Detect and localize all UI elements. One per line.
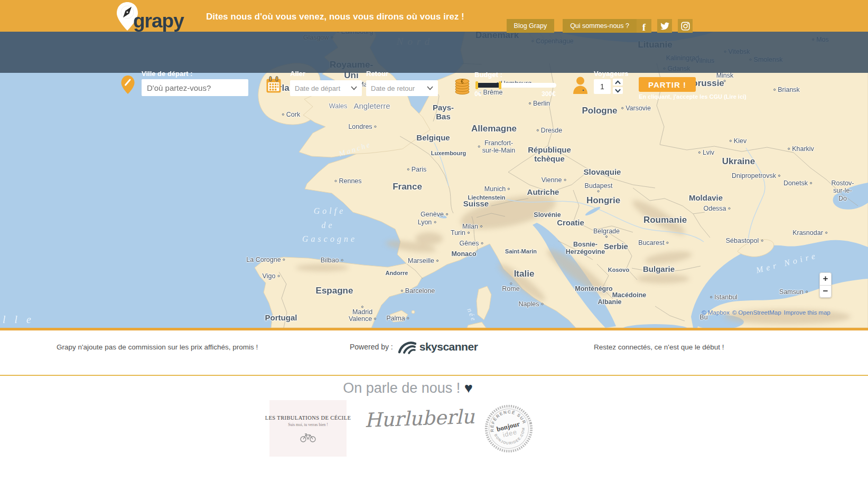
map-country-label: Slovénie (534, 211, 561, 219)
city-dot-icon (773, 89, 776, 91)
map-country-label: Belgique (416, 133, 450, 142)
map-water-label: Golfe (314, 206, 346, 216)
map-city-label: Odessa (703, 205, 730, 212)
city-dot-icon (825, 232, 827, 234)
map-city-label: Rostov- sur-le-Do (830, 179, 855, 202)
osm-attribution-link[interactable]: © OpenStreetMap (732, 309, 781, 316)
terms-notice[interactable]: En cliquant, j'accepte les CGU (Lire ici… (639, 93, 746, 100)
city-dot-icon (541, 303, 543, 305)
city-dot-icon (698, 152, 701, 154)
map-country-label: Ukraine (722, 156, 755, 167)
city-dot-icon (341, 259, 343, 261)
map-country-label: Monaco (451, 250, 476, 258)
city-dot-icon (407, 168, 409, 171)
map-city-label: Genève (421, 211, 448, 218)
budget-max: 300€ (542, 90, 556, 98)
departure-label: Ville de départ : (142, 70, 193, 78)
map-city-label: Lviv (698, 149, 714, 156)
search-bar: Ville de départ : Aller Date de départ R… (0, 32, 868, 73)
nav-blog-button[interactable]: Blog Grapy (507, 19, 555, 33)
budget-handle-max[interactable] (499, 81, 501, 89)
city-dot-icon (361, 306, 363, 308)
coins-icon: € (454, 77, 471, 94)
return-date-select[interactable]: Date de retour (366, 80, 438, 96)
map-country-label: Slovaquie (584, 167, 621, 176)
svg-text:€: € (461, 79, 464, 84)
mapbox-attribution-link[interactable]: © Mapbox (702, 309, 730, 316)
map-city-label: Turin (451, 229, 470, 236)
improve-map-link[interactable]: Improve this map (784, 309, 830, 316)
map-city-label: Varsovie (621, 105, 651, 112)
city-dot-icon (446, 213, 448, 215)
city-dot-icon (730, 140, 732, 142)
city-dot-icon (481, 242, 483, 244)
city-dot-icon (788, 148, 790, 150)
budget-slider[interactable] (475, 83, 556, 88)
map-city-label: Marseille (408, 257, 438, 264)
city-dot-icon (724, 80, 726, 82)
city-dot-icon (468, 232, 470, 234)
map-country-label: Roumanie (643, 215, 687, 225)
map-city-label: Valence (349, 315, 376, 323)
grapy-logo[interactable]: grapy (115, 1, 184, 32)
twitter-icon[interactable] (657, 19, 672, 33)
map-city-label: Krasnodar (792, 229, 827, 236)
travelers-input[interactable] (594, 79, 611, 94)
map-city-label: Brême (479, 89, 503, 96)
map-city-label: Vigo (263, 272, 280, 280)
city-dot-icon (480, 225, 482, 228)
city-dot-icon (510, 282, 512, 285)
city-dot-icon (761, 240, 763, 242)
map-country-label: Bulgarie (643, 264, 675, 273)
skyscanner-bird-icon (397, 339, 416, 355)
submit-search-button[interactable]: PARTIR ! (639, 77, 696, 92)
map-city-label: Rome (502, 282, 519, 292)
city-dot-icon (401, 290, 403, 292)
map-city-label: Berlin (529, 100, 550, 107)
instagram-icon[interactable] (678, 19, 693, 33)
powered-by[interactable]: Powered by : skyscanner (350, 339, 478, 355)
map-country-label: Hongrie (586, 195, 620, 206)
city-dot-icon (508, 188, 510, 190)
map-city-label: Briansk (773, 86, 800, 93)
map-city-label: Madrid (352, 306, 372, 316)
map-country-label: Liechtenstein (468, 194, 506, 201)
city-dot-icon (436, 260, 438, 262)
map-country-label: Italie (514, 269, 535, 279)
map-country-label: Bosnie- Herzégovine (566, 241, 605, 256)
social-links: f (637, 19, 868, 33)
departure-date-select[interactable]: Date de départ (290, 80, 362, 96)
map-country-label: Croatie (557, 218, 584, 227)
departure-pin-icon (120, 75, 135, 94)
press-logo-bonjouridee[interactable]: RÉFÉRENCÉ SUR BONJOURIDEE.COM bonjour id… (483, 403, 534, 454)
map-city-label: Munich (484, 185, 510, 193)
press-logo-tribulations[interactable]: LES TRIBULATIONS DE CÉCILE Suis moi, tu … (269, 400, 347, 457)
tagline: Dites nous d'où vous venez, nous vous di… (206, 12, 464, 22)
press-title: On parle de nous ! ♥ (343, 380, 473, 396)
departure-city-input[interactable] (142, 79, 248, 96)
city-dot-icon (375, 126, 377, 128)
map-country-label: Kosovo (608, 267, 629, 273)
press-logo-hurluberlu[interactable]: Hurluberlu (364, 406, 453, 432)
zoom-out-button[interactable]: − (819, 285, 832, 298)
map-city-label: Paris (407, 166, 426, 173)
travelers-decrement-button[interactable] (613, 87, 623, 94)
facebook-icon[interactable]: f (637, 19, 651, 33)
city-dot-icon (621, 107, 623, 109)
map-country-label: Serbie (604, 242, 628, 251)
city-dot-icon (537, 129, 539, 131)
map-country-label: Pays- Bas (433, 103, 454, 121)
city-dot-icon (277, 275, 279, 277)
map-city-label: Sébastopol (726, 237, 763, 244)
budget-handle-min[interactable] (475, 81, 478, 89)
bicycle-icon (300, 432, 316, 442)
city-dot-icon (710, 296, 712, 298)
map-city-label: Barcelone (401, 287, 435, 295)
calendar-icon (266, 76, 282, 93)
map-country-label: Luxembourg (431, 150, 466, 157)
nav-about-button[interactable]: Qui sommes-nous ? (563, 19, 637, 33)
map-city-label: Kiev (730, 137, 746, 145)
zoom-in-button[interactable]: + (819, 272, 832, 285)
travelers-increment-button[interactable] (613, 79, 623, 86)
city-dot-icon (334, 180, 337, 182)
